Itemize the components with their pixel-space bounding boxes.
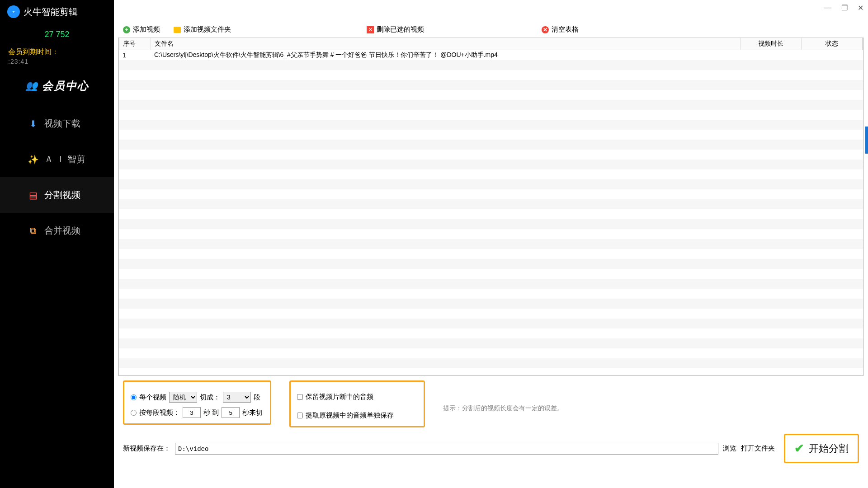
split-hint: 提示：分割后的视频长度会有一定的误差。 xyxy=(443,404,563,413)
sidebar-item-merge[interactable]: ⧉ 合并视频 xyxy=(0,213,114,249)
clear-table-button[interactable]: ✕ 清空表格 xyxy=(542,25,579,34)
delete-selected-button[interactable]: ✕ 删除已选的视频 xyxy=(367,25,424,34)
person-icon: 👥 xyxy=(25,80,38,92)
sidebar-item-label: 视频下载 xyxy=(44,117,80,130)
random-select[interactable]: 随机 xyxy=(169,392,197,403)
segments-unit: 段 xyxy=(254,393,260,402)
table-body: 1 C:\Users\ylj\Desktop\火牛软件\火牛智能剪辑\6_#父亲… xyxy=(119,50,863,375)
seconds-to-input[interactable] xyxy=(222,407,240,418)
delete-selected-label: 删除已选的视频 xyxy=(377,25,424,34)
merge-icon: ⧉ xyxy=(28,225,38,236)
table-row[interactable]: 1 C:\Users\ylj\Desktop\火牛软件\火牛智能剪辑\6_#父亲… xyxy=(119,50,863,60)
sidebar: 火牛智能剪辑 27 752 会员到期时间： :23:41 👥 会员中心 ⬇ 视频… xyxy=(0,0,114,488)
audio-options-group: 保留视频片断中的音频 提取原视频中的音频单独保存 xyxy=(289,380,425,427)
add-video-label: 添加视频 xyxy=(133,25,160,34)
sidebar-item-ai[interactable]: ✨ Ａ Ｉ 智剪 xyxy=(0,141,114,177)
browse-button[interactable]: 浏览 xyxy=(723,444,736,453)
plus-icon: + xyxy=(123,26,130,33)
output-bar: 新视频保存在： 浏览 打开文件夹 ✔ 开始分割 xyxy=(114,431,868,472)
start-split-button[interactable]: ✔ 开始分割 xyxy=(784,434,859,463)
member-center-button[interactable]: 👥 会员中心 xyxy=(0,70,114,106)
maximize-button[interactable]: ❐ xyxy=(841,4,848,12)
split-mode-group: 每个视频 随机 切成： 3 段 按每段视频： 秒 到 秒来切 xyxy=(123,380,271,425)
ai-icon: ✨ xyxy=(28,154,38,165)
keep-audio-checkbox[interactable] xyxy=(297,394,303,400)
sec-unit-label: 秒来切 xyxy=(242,408,263,417)
keep-audio-label: 保留视频片断中的音频 xyxy=(306,393,373,401)
cell-name: C:\Users\ylj\Desktop\火牛软件\火牛智能剪辑\6_#父亲节手… xyxy=(151,51,741,59)
seconds-from-input[interactable] xyxy=(183,407,201,418)
clear-icon: ✕ xyxy=(542,26,549,33)
sidebar-item-label: 合并视频 xyxy=(44,225,80,237)
expire-label: 会员到期时间： xyxy=(0,43,114,57)
table-header: 序号 文件名 视频时长 状态 xyxy=(119,38,863,50)
sidebar-item-label: 分割视频 xyxy=(44,189,80,201)
add-folder-label: 添加视频文件夹 xyxy=(184,25,231,34)
video-table: 序号 文件名 视频时长 状态 1 C:\Users\ylj\Desktop\火牛… xyxy=(118,38,863,376)
segments-select[interactable]: 3 xyxy=(223,392,251,403)
add-video-button[interactable]: + 添加视频 xyxy=(123,25,160,34)
app-title-text: 火牛智能剪辑 xyxy=(24,6,78,18)
download-icon: ⬇ xyxy=(28,118,38,129)
member-center-label: 会员中心 xyxy=(42,79,89,93)
expire-time: :23:41 xyxy=(0,57,114,70)
check-icon: ✔ xyxy=(794,441,804,455)
folder-icon xyxy=(174,27,181,33)
cell-idx: 1 xyxy=(119,52,151,59)
cut-into-label: 切成： xyxy=(200,393,220,402)
open-folder-button[interactable]: 打开文件夹 xyxy=(741,444,775,453)
main-panel: — ❐ ✕ + 添加视频 添加视频文件夹 ✕ 删除已选的视频 ✕ 清空表格 序号… xyxy=(114,0,868,488)
close-button[interactable]: ✕ xyxy=(858,4,863,12)
extract-audio-checkbox[interactable] xyxy=(297,413,303,418)
sidebar-item-download[interactable]: ⬇ 视频下载 xyxy=(0,106,114,141)
per-video-radio[interactable] xyxy=(131,394,137,400)
save-path-input[interactable] xyxy=(175,443,718,455)
minimize-button[interactable]: — xyxy=(824,4,831,12)
window-controls: — ❐ ✕ xyxy=(824,4,863,12)
split-icon: ▤ xyxy=(28,190,38,201)
col-header-dur[interactable]: 视频时长 xyxy=(741,38,802,50)
user-id: 27 752 xyxy=(0,23,114,43)
app-logo-icon xyxy=(7,5,20,18)
toolbar: + 添加视频 添加视频文件夹 ✕ 删除已选的视频 ✕ 清空表格 xyxy=(114,0,868,38)
start-split-label: 开始分割 xyxy=(809,442,849,455)
delete-icon: ✕ xyxy=(367,26,374,33)
col-header-idx[interactable]: 序号 xyxy=(119,38,151,50)
col-header-stat[interactable]: 状态 xyxy=(802,38,863,50)
app-title: 火牛智能剪辑 xyxy=(0,0,114,23)
save-path-label: 新视频保存在： xyxy=(123,444,170,453)
per-segment-label: 按每段视频： xyxy=(139,408,180,417)
scroll-handle[interactable] xyxy=(865,127,868,154)
per-video-label: 每个视频 xyxy=(139,393,166,402)
col-header-name[interactable]: 文件名 xyxy=(151,38,741,50)
sidebar-item-label: Ａ Ｉ 智剪 xyxy=(44,153,85,165)
add-folder-button[interactable]: 添加视频文件夹 xyxy=(174,25,231,34)
extract-audio-label: 提取原视频中的音频单独保存 xyxy=(306,411,394,420)
sidebar-item-split[interactable]: ▤ 分割视频 xyxy=(0,177,114,213)
split-settings: 每个视频 随机 切成： 3 段 按每段视频： 秒 到 秒来切 xyxy=(114,376,868,431)
clear-table-label: 清空表格 xyxy=(552,25,579,34)
sec-mid-label: 秒 到 xyxy=(203,408,219,417)
per-segment-radio[interactable] xyxy=(131,410,137,416)
